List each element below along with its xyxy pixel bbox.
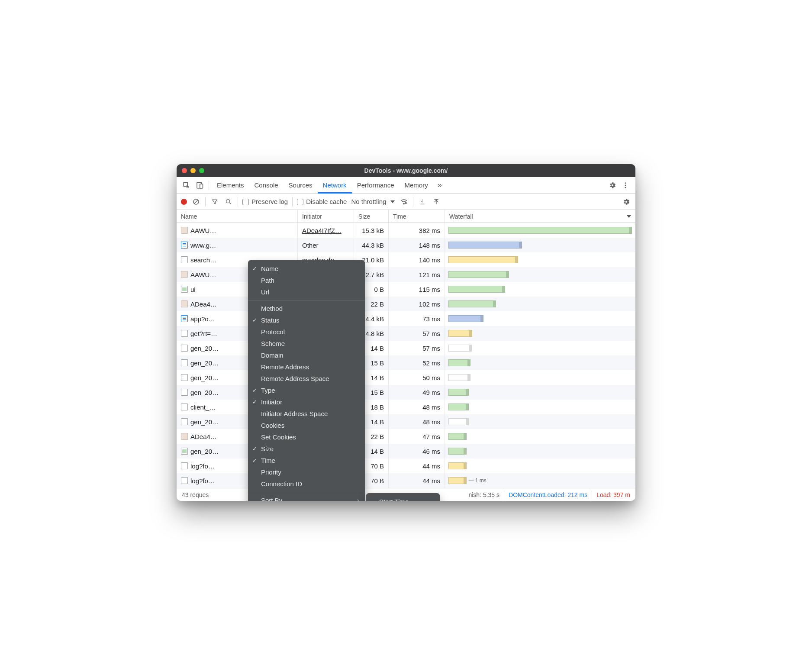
request-waterfall bbox=[445, 223, 635, 238]
menu-item-scheme[interactable]: Scheme bbox=[248, 338, 365, 349]
table-row[interactable]: www.g…Other44.3 kB148 ms bbox=[177, 238, 635, 252]
menu-item-sort-by[interactable]: Sort By› bbox=[248, 494, 365, 501]
avatar-icon bbox=[181, 271, 188, 278]
devtools-window: DevTools - www.google.com/ ElementsConso… bbox=[177, 164, 635, 501]
table-row[interactable]: gen_20…(index):11615 B52 ms bbox=[177, 355, 635, 370]
table-row[interactable]: client_…(index):318 B48 ms bbox=[177, 400, 635, 414]
menu-item-priority[interactable]: Priority bbox=[248, 466, 365, 478]
settings-icon[interactable] bbox=[606, 179, 619, 192]
document-icon bbox=[181, 315, 188, 322]
menu-item-url[interactable]: Url bbox=[248, 286, 365, 298]
request-initiator[interactable]: ADea4I7IfZ… bbox=[302, 227, 342, 234]
col-waterfall[interactable]: Waterfall bbox=[445, 210, 635, 223]
submenu-item-start-time[interactable]: Start Time bbox=[366, 496, 440, 501]
request-waterfall bbox=[445, 238, 635, 252]
table-row[interactable]: log?fo…70 B44 ms— 1 ms bbox=[177, 473, 635, 488]
request-time: 46 ms bbox=[389, 444, 445, 458]
check-icon: ✓ bbox=[252, 265, 257, 272]
menu-item-domain[interactable]: Domain bbox=[248, 349, 365, 361]
clear-icon[interactable] bbox=[191, 197, 201, 207]
menu-item-size[interactable]: ✓Size bbox=[248, 443, 365, 455]
table-row[interactable]: AAWU…ADea4I7IfZ…2.7 kB121 ms bbox=[177, 267, 635, 282]
file-icon bbox=[181, 389, 188, 396]
request-time: 57 ms bbox=[389, 341, 445, 355]
table-row[interactable]: AAWU…ADea4I7IfZ…15.3 kB382 ms bbox=[177, 223, 635, 238]
record-button[interactable] bbox=[181, 199, 187, 205]
tab-elements[interactable]: Elements bbox=[212, 177, 249, 194]
request-name: ADea4… bbox=[190, 433, 217, 440]
request-name: gen_20… bbox=[190, 418, 219, 426]
table-row[interactable]: gen_20…(index):11615 B49 ms bbox=[177, 385, 635, 400]
waterfall-submenu[interactable]: Start TimeResponse TimeEnd Time✓Total Du… bbox=[366, 493, 440, 501]
col-time[interactable]: Time bbox=[389, 210, 445, 223]
table-row[interactable]: gen_20…(index):1214 B50 ms bbox=[177, 370, 635, 385]
table-row[interactable]: ADea4…(index)22 B102 ms bbox=[177, 297, 635, 311]
tab-sources[interactable]: Sources bbox=[284, 177, 318, 194]
tab-console[interactable]: Console bbox=[249, 177, 284, 194]
table-row[interactable]: gen_20…14 B46 ms bbox=[177, 444, 635, 458]
inspect-element-icon[interactable] bbox=[180, 179, 193, 192]
zoom-window-button[interactable] bbox=[199, 168, 204, 173]
request-time: 73 ms bbox=[389, 311, 445, 326]
request-waterfall bbox=[445, 385, 635, 400]
menu-item-method[interactable]: Method bbox=[248, 303, 365, 314]
table-row[interactable]: log?fo…70 B44 ms bbox=[177, 458, 635, 473]
request-waterfall bbox=[445, 370, 635, 385]
header-context-menu[interactable]: ✓NamePathUrlMethod✓StatusProtocolSchemeD… bbox=[248, 260, 365, 501]
menu-item-type[interactable]: ✓Type bbox=[248, 384, 365, 396]
menu-item-protocol[interactable]: Protocol bbox=[248, 326, 365, 338]
table-row[interactable]: search…m=cdos,dp…21.0 kB140 ms bbox=[177, 252, 635, 267]
col-name[interactable]: Name bbox=[177, 210, 298, 223]
request-name: www.g… bbox=[190, 242, 216, 249]
preserve-log-checkbox[interactable]: Preserve log bbox=[242, 198, 288, 205]
more-tabs-button[interactable]: » bbox=[433, 179, 446, 192]
request-time: 48 ms bbox=[389, 400, 445, 414]
menu-item-name[interactable]: ✓Name bbox=[248, 263, 365, 274]
request-waterfall bbox=[445, 400, 635, 414]
menu-item-remote-address[interactable]: Remote Address bbox=[248, 361, 365, 373]
close-window-button[interactable] bbox=[182, 168, 187, 173]
search-icon[interactable] bbox=[224, 197, 233, 207]
disable-cache-checkbox[interactable]: Disable cache bbox=[297, 198, 347, 205]
device-toolbar-icon[interactable] bbox=[193, 179, 206, 192]
network-conditions-icon[interactable] bbox=[399, 197, 409, 207]
tab-memory[interactable]: Memory bbox=[400, 177, 433, 194]
request-waterfall bbox=[445, 341, 635, 355]
request-waterfall bbox=[445, 429, 635, 444]
kebab-menu-icon[interactable] bbox=[619, 179, 632, 192]
throttling-select[interactable]: No throttling bbox=[351, 198, 395, 205]
import-har-icon[interactable] bbox=[418, 197, 427, 207]
minimize-window-button[interactable] bbox=[190, 168, 196, 173]
menu-item-path[interactable]: Path bbox=[248, 274, 365, 286]
menu-item-connection-id[interactable]: Connection ID bbox=[248, 478, 365, 490]
table-row[interactable]: uim=DhPYm…0 B115 ms bbox=[177, 282, 635, 297]
network-settings-icon[interactable] bbox=[622, 197, 631, 207]
menu-item-initiator-address-space[interactable]: Initiator Address Space bbox=[248, 408, 365, 420]
table-row[interactable]: ADea4…app?origin…22 B47 ms bbox=[177, 429, 635, 444]
file-icon bbox=[181, 359, 188, 366]
table-row[interactable]: gen_20…(index):21514 B48 ms bbox=[177, 414, 635, 429]
request-time: 50 ms bbox=[389, 370, 445, 385]
check-icon: ✓ bbox=[252, 457, 257, 464]
tab-network[interactable]: Network bbox=[318, 177, 352, 194]
request-waterfall bbox=[445, 267, 635, 282]
table-row[interactable]: get?rt=…rs=AA2YrT…14.8 kB57 ms bbox=[177, 326, 635, 341]
table-row[interactable]: app?o…rs=AA2YrT…14.4 kB73 ms bbox=[177, 311, 635, 326]
menu-item-cookies[interactable]: Cookies bbox=[248, 420, 365, 431]
menu-item-time[interactable]: ✓Time bbox=[248, 455, 365, 466]
check-icon: ✓ bbox=[252, 317, 257, 323]
avatar-icon bbox=[181, 227, 188, 234]
filter-icon[interactable] bbox=[210, 197, 219, 207]
col-initiator[interactable]: Initiator bbox=[298, 210, 354, 223]
menu-item-remote-address-space[interactable]: Remote Address Space bbox=[248, 373, 365, 384]
menu-item-status[interactable]: ✓Status bbox=[248, 314, 365, 326]
svg-rect-2 bbox=[200, 184, 203, 188]
menu-item-set-cookies[interactable]: Set Cookies bbox=[248, 431, 365, 443]
menu-item-initiator[interactable]: ✓Initiator bbox=[248, 396, 365, 408]
image-icon bbox=[181, 448, 188, 455]
export-har-icon[interactable] bbox=[432, 197, 441, 207]
table-row[interactable]: gen_20…m=cdos,dp…14 B57 ms bbox=[177, 341, 635, 355]
col-size[interactable]: Size bbox=[354, 210, 389, 223]
file-icon bbox=[181, 374, 188, 381]
tab-performance[interactable]: Performance bbox=[352, 177, 400, 194]
